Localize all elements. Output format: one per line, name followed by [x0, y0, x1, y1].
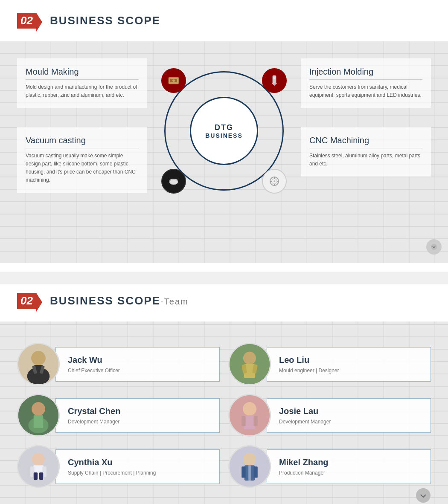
svg-point-4 [273, 77, 276, 79]
cynthia-xu-role: Supply Chain | Procurement | Planning [68, 470, 212, 476]
jack-wu-name: Jack Wu [68, 355, 212, 365]
section2-number-badge: 02 [17, 293, 36, 309]
svg-point-43 [243, 453, 256, 466]
svg-rect-29 [34, 415, 44, 428]
section1-number-badge: 02 [17, 13, 36, 29]
team-section: Jack Wu Chief Executive Officer [0, 322, 448, 504]
cnc-machining-desc: Stainless steel, aluminum alloy parts, m… [309, 152, 422, 168]
svg-point-13 [431, 244, 437, 250]
team-card-jack-wu: Jack Wu Chief Executive Officer [17, 343, 220, 385]
jack-wu-info: Jack Wu Chief Executive Officer [55, 347, 220, 382]
team-grid: Jack Wu Chief Executive Officer [17, 343, 431, 488]
svg-rect-40 [34, 472, 38, 480]
vacuum-casting-desc: Vacuum casting usually make some simple … [26, 152, 139, 185]
leo-liu-info: Leo Liu Mould engineer | Designer [267, 347, 431, 382]
team-scroll-area [17, 492, 431, 504]
svg-rect-46 [253, 466, 257, 478]
crystal-chen-role: Development Manager [68, 419, 212, 425]
svg-rect-33 [241, 416, 245, 426]
svg-point-15 [31, 351, 46, 365]
section-gap [0, 272, 448, 278]
mikel-zhang-name: Mikel Zhang [279, 458, 423, 467]
mould-making-title: Mould Making [26, 67, 139, 80]
team-card-mikel-zhang: Mikel Zhang Production Manager [228, 445, 431, 488]
team-scroll-button[interactable] [416, 488, 431, 504]
avatar-jack-wu [17, 343, 60, 385]
cynthia-xu-name: Cynthia Xu [68, 458, 212, 467]
diagram-layout: Mould Making Mold design and manufacturi… [17, 58, 431, 203]
business-scope-diagram: Mould Making Mold design and manufacturi… [0, 41, 448, 263]
section1-title: BUSINESS SCOPE [50, 14, 160, 27]
section1-content-wrapper: Mould Making Mold design and manufacturi… [0, 41, 448, 272]
josie-lau-name: Josie Lau [279, 406, 423, 416]
mikel-zhang-role: Production Manager [279, 470, 423, 476]
svg-point-48 [416, 488, 431, 503]
section2-title: BUSINESS SCOPE-Team [50, 294, 189, 307]
svg-rect-41 [39, 472, 43, 480]
mikel-zhang-info: Mikel Zhang Production Manager [267, 449, 431, 484]
vacuum-casting-title: Vacuum casting [26, 136, 139, 148]
avatar-josie-lau [228, 394, 271, 437]
vacuum-casting-card: Vacuum casting Vacuum casting usually ma… [17, 127, 147, 193]
svg-rect-34 [253, 416, 257, 426]
cnc-machining-title: CNC Machining [309, 136, 422, 148]
avatar-crystal-chen [17, 394, 60, 437]
svg-rect-45 [241, 466, 245, 478]
section2-content-wrapper: Jack Wu Chief Executive Officer [0, 322, 448, 504]
scroll-button[interactable] [426, 239, 442, 255]
leo-liu-name: Leo Liu [279, 355, 423, 365]
avatar-mikel-zhang [228, 445, 271, 488]
section1-wrapper: 02 BUSINESS SCOPE [0, 0, 448, 41]
mould-making-card: Mould Making Mold design and manufacturi… [17, 58, 147, 108]
team-card-leo-liu: Leo Liu Mould engineer | Designer [228, 343, 431, 385]
josie-lau-info: Josie Lau Development Manager [267, 398, 431, 433]
section2-wrapper: 02 BUSINESS SCOPE-Team [0, 284, 448, 322]
inner-circle: DTG BUSINESS [190, 97, 258, 165]
svg-rect-47 [248, 465, 251, 481]
cnc-machining-card: CNC Machining Stainless steel, aluminum … [301, 127, 431, 177]
crystal-chen-name: Crystal Chen [68, 406, 212, 416]
cnc-machining-icon [262, 169, 287, 194]
svg-rect-32 [244, 415, 255, 429]
vacuum-casting-icon [161, 169, 186, 194]
svg-point-27 [32, 402, 45, 416]
svg-point-8 [273, 180, 275, 182]
center-text-business: BUSINESS [205, 132, 243, 139]
josie-lau-role: Development Manager [279, 419, 423, 425]
injection-molding-desc: Serve the customers from sanitary, medic… [309, 83, 422, 99]
avatar-leo-liu [228, 343, 271, 385]
jack-wu-role: Chief Executive Officer [68, 368, 212, 374]
svg-point-5 [169, 180, 178, 185]
team-card-josie-lau: Josie Lau Development Manager [228, 394, 431, 437]
injection-molding-icon [262, 68, 287, 93]
injection-molding-title: Injection Molding [309, 67, 422, 80]
mould-making-icon [161, 68, 186, 93]
svg-point-2 [172, 79, 175, 82]
leo-liu-role: Mould engineer | Designer [279, 368, 423, 374]
svg-point-36 [32, 453, 45, 466]
center-diagram: DTG BUSINESS [156, 58, 292, 203]
avatar-cynthia-xu [17, 445, 60, 488]
section1-header: 02 BUSINESS SCOPE [17, 13, 431, 29]
svg-point-31 [243, 402, 256, 416]
mould-making-desc: Mold design and manufacturing for the pr… [26, 83, 139, 99]
crystal-chen-info: Crystal Chen Development Manager [55, 398, 220, 433]
injection-molding-card: Injection Molding Serve the customers fr… [301, 58, 431, 108]
svg-point-22 [243, 352, 256, 365]
center-text-dtg: DTG [215, 123, 233, 132]
cynthia-xu-info: Cynthia Xu Supply Chain | Procurement | … [55, 449, 220, 484]
section2-header: 02 BUSINESS SCOPE-Team [17, 293, 431, 309]
team-card-crystal-chen: Crystal Chen Development Manager [17, 394, 220, 437]
section1-number: 02 [20, 14, 33, 27]
outer-ring: DTG BUSINESS [164, 71, 284, 191]
section2-number: 02 [20, 294, 33, 307]
team-card-cynthia-xu: Cynthia Xu Supply Chain | Procurement | … [17, 445, 220, 488]
